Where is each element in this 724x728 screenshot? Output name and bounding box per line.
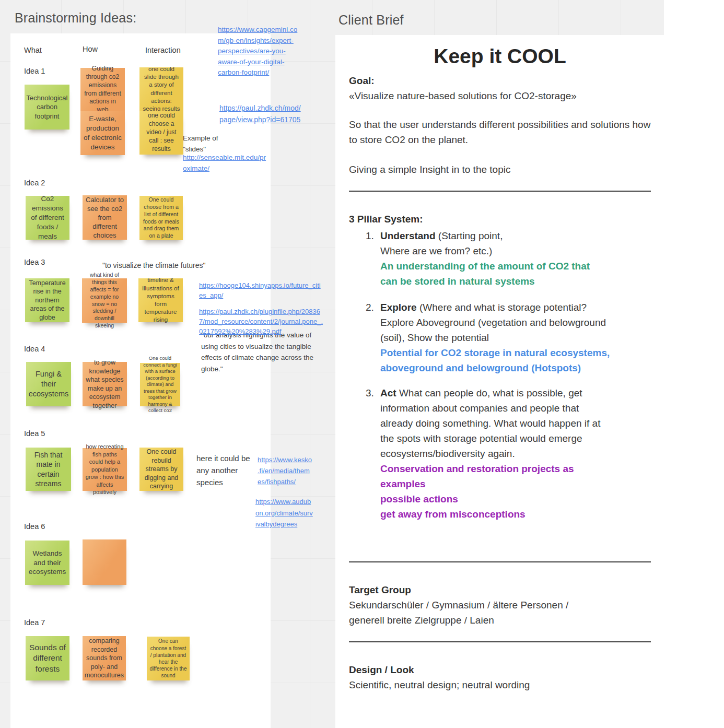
pillar-number: 1. [366, 228, 374, 243]
design-look-label: Design / Look [349, 662, 651, 677]
sticky-note-idea7-how[interactable]: comparing recorded sounds from poly- and… [83, 636, 126, 680]
link-senseable[interactable]: http://senseable.mit.edu/proximate/ [183, 152, 266, 174]
sticky-note-text: Guiding through co2 emissions from diffe… [80, 63, 125, 116]
sticky-note-text: timeline & illustrations of symptoms for… [138, 275, 183, 325]
sticky-note-text: One can choose a forest / plantation and… [147, 636, 190, 680]
sticky-note-idea1-how-a[interactable]: Guiding through co2 emissions from diffe… [80, 68, 125, 111]
sticky-note-idea5-interaction[interactable]: One could rebuild streams by digging and… [139, 448, 183, 491]
pillar-number: 3. [366, 385, 374, 401]
sticky-note-idea2-how[interactable]: Calculator to see the co2 from different… [83, 195, 127, 240]
brief-paragraph-1: So that the user understands different p… [349, 117, 651, 147]
idea1-label: Idea 1 [24, 67, 45, 75]
client-brief-document: Keep it COOL Goal: «Visualize nature-bas… [349, 45, 651, 692]
sticky-note-idea1-how-b[interactable]: E-waste, production of electronic device… [80, 111, 125, 155]
sticky-note-idea2-interaction[interactable]: One could choose from a list of differen… [139, 196, 183, 240]
target-group-label: Target Group [349, 582, 651, 597]
sticky-note-idea1-interaction-b[interactable]: one could choose a video / just call : s… [139, 111, 183, 155]
sticky-note-text: Co2 emissions of different foods / meals [26, 193, 69, 242]
sticky-note-text: E-waste, production of electronic device… [80, 113, 125, 153]
sticky-note-text: comparing recorded sounds from poly- and… [82, 635, 126, 682]
sticky-note-idea3-how[interactable]: what kind of things this affects = for e… [82, 278, 127, 323]
pillar-term: Explore [380, 302, 417, 313]
pillar-item-act: 3. Act What can people do, what is possi… [349, 385, 651, 522]
design-look-text: Scientific, neutral design; neutral word… [349, 677, 651, 692]
sticky-note-text: Sounds of different forests [26, 641, 69, 676]
sticky-note-text: One could connect a fungi with a surface… [140, 354, 180, 416]
example-of-slides-note: Example of "slides" [183, 133, 224, 155]
pillar-number: 2. [366, 300, 374, 315]
idea3-label: Idea 3 [24, 258, 45, 266]
pillar-desc: What can people do, what is possible, ge… [380, 388, 600, 459]
column-header-interaction: Interaction [145, 46, 181, 54]
idea4-label: Idea 4 [24, 345, 45, 353]
pillar-item-explore: 2. Explore (Where and what is storage po… [349, 300, 651, 375]
sticky-note-idea1-what[interactable]: Technological carbon footprint [25, 85, 69, 130]
sticky-note-idea7-what[interactable]: Sounds of different forests [26, 636, 69, 680]
sticky-note-idea6-what[interactable]: Wetlands and their ecosystems [25, 541, 69, 585]
idea5-side-note: here it could be any another species [196, 452, 251, 488]
link-zhdk-view[interactable]: https://paul.zhdk.ch/mod/page/view.php?i… [219, 102, 302, 125]
sticky-note-text: to grow knowledge what species make up a… [83, 357, 127, 412]
brief-paragraph-2: Giving a simple Insight in to the topic [349, 162, 651, 177]
climate-futures-quote: "to visualize the climate futures" [102, 261, 259, 269]
sticky-note-text [102, 561, 107, 564]
sticky-note-text: how recreating fish paths could help a p… [83, 441, 127, 498]
idea5-label: Idea 5 [24, 429, 45, 438]
sticky-note-text: what kind of things this affects = for e… [82, 270, 127, 331]
sticky-note-idea3-interaction[interactable]: timeline & illustrations of symptoms for… [138, 278, 183, 322]
pillar-highlight-green: An understanding of the amount of CO2 th… [380, 259, 651, 289]
column-header-what: What [24, 46, 42, 54]
brief-title: Keep it COOL [349, 45, 651, 68]
goal-text: «Visualize nature-based solutions for CO… [349, 88, 651, 103]
sticky-note-text: One could choose from a list of differen… [139, 195, 183, 241]
sticky-note-text: One could rebuild streams by digging and… [139, 446, 183, 492]
brainstorming-frame-title[interactable]: Brainstorming Ideas: [15, 10, 136, 26]
sticky-note-idea7-interaction[interactable]: One can choose a forest / plantation and… [147, 637, 190, 680]
target-group-text: Sekundarschüler / Gymnasium / ältere Per… [349, 597, 651, 628]
link-kesko-fishpaths[interactable]: https://www.kesko.fi/en/media/themes/fis… [258, 454, 313, 487]
sticky-note-text: one could choose a video / just call : s… [139, 110, 183, 155]
sticky-note-idea1-interaction-a[interactable]: one could slide through a story of diffe… [139, 67, 183, 111]
goal-label: Goal: [349, 73, 651, 88]
sticky-note-text: Technological carbon footprint [24, 92, 71, 122]
sticky-note-idea4-what[interactable]: Fungi & their ecosystems [26, 362, 71, 406]
pillar-system-label: 3 Pillar System: [349, 212, 651, 227]
pillar-highlight-blue: Potential for CO2 storage in natural eco… [380, 345, 651, 375]
whiteboard-canvas[interactable]: Brainstorming Ideas: Client Brief What H… [0, 0, 724, 728]
divider [349, 641, 651, 642]
idea6-label: Idea 6 [24, 522, 45, 531]
sticky-note-idea6-blank[interactable] [83, 539, 126, 585]
sticky-note-idea5-how[interactable]: how recreating fish paths could help a p… [83, 448, 127, 491]
link-capgemini[interactable]: https://www.capgemini.com/gb-en/insights… [218, 25, 300, 78]
sticky-note-text: one could slide through a story of diffe… [139, 64, 183, 114]
sticky-note-text: Temperature rise in the northern areas o… [25, 277, 69, 324]
idea2-label: Idea 2 [24, 179, 45, 187]
sticky-note-idea3-what[interactable]: Temperature rise in the northern areas o… [25, 278, 69, 322]
link-zhdk-pluginfile[interactable]: https://paul.zhdk.ch/pluginfile.php/2083… [199, 307, 323, 336]
column-header-how: How [83, 45, 98, 53]
sticky-note-idea4-how[interactable]: to grow knowledge what species make up a… [83, 362, 127, 406]
pillar-item-understand: 1. Understand (Starting point, Where are… [349, 228, 651, 289]
sticky-note-idea5-what[interactable]: Fish that mate in certain streams [26, 448, 71, 491]
sticky-note-text: Wetlands and their ecosystems [25, 547, 69, 578]
sticky-note-text: Fungi & their ecosystems [26, 368, 72, 401]
pillar-term: Act [380, 388, 396, 398]
divider [349, 561, 651, 562]
pillar-term: Understand [380, 230, 436, 241]
link-audubon-survival[interactable]: https://www.audubon.org/climate/survival… [255, 496, 314, 530]
sticky-note-idea4-interaction[interactable]: One could connect a fungi with a surface… [140, 363, 180, 406]
idea7-label: Idea 7 [24, 618, 45, 627]
sticky-note-text: Calculator to see the co2 from different… [83, 194, 127, 242]
sticky-note-idea2-what[interactable]: Co2 emissions of different foods / meals [26, 196, 69, 240]
sticky-note-text: Fish that mate in certain streams [26, 449, 71, 490]
link-hooge-future-cities[interactable]: https://hooge104.shinyapps.io/future_cit… [199, 280, 323, 300]
client-frame-title[interactable]: Client Brief [338, 13, 404, 28]
divider [349, 191, 651, 192]
pillar-highlight-purple: Conservation and restoration projects as… [380, 461, 651, 522]
